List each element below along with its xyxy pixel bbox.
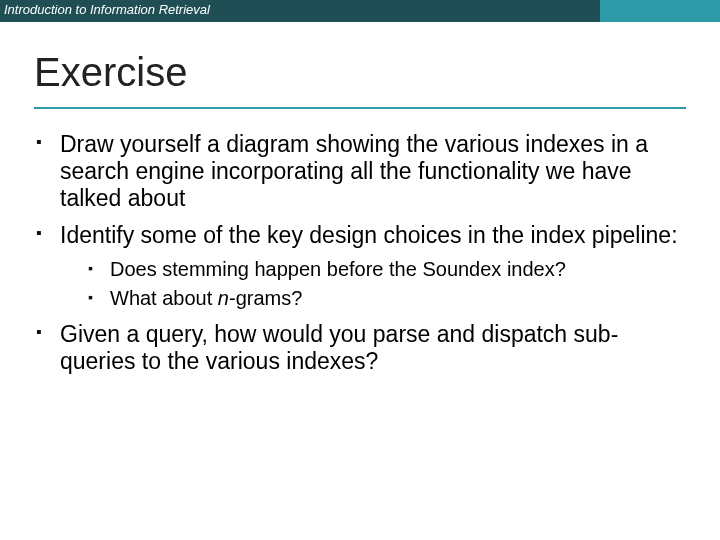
content: Draw yourself a diagram showing the vari… xyxy=(0,109,720,375)
sub-bullet-text-pre: What about xyxy=(110,287,218,309)
sub-bullet-list: Does stemming happen before the Soundex … xyxy=(86,258,686,311)
sub-bullet-text-post: -grams? xyxy=(229,287,302,309)
sub-bullet-item: Does stemming happen before the Soundex … xyxy=(86,258,686,282)
bullet-text: Given a query, how would you parse and d… xyxy=(60,321,618,374)
header-bar: Introduction to Information Retrieval xyxy=(0,0,720,22)
course-title: Introduction to Information Retrieval xyxy=(4,2,210,17)
bullet-text: Draw yourself a diagram showing the vari… xyxy=(60,131,648,211)
sub-bullet-item: What about n-grams? xyxy=(86,287,686,311)
bullet-item: Given a query, how would you parse and d… xyxy=(34,321,686,375)
header-accent xyxy=(600,0,720,22)
title-wrap: Exercise xyxy=(0,22,720,101)
slide: Introduction to Information Retrieval Ex… xyxy=(0,0,720,540)
bullet-text: Identify some of the key design choices … xyxy=(60,222,678,248)
bullet-item: Identify some of the key design choices … xyxy=(34,222,686,310)
slide-title: Exercise xyxy=(34,50,686,95)
bullet-list: Draw yourself a diagram showing the vari… xyxy=(34,131,686,375)
bullet-item: Draw yourself a diagram showing the vari… xyxy=(34,131,686,212)
sub-bullet-text-em: n xyxy=(218,287,229,309)
sub-bullet-text: Does stemming happen before the Soundex … xyxy=(110,258,566,280)
